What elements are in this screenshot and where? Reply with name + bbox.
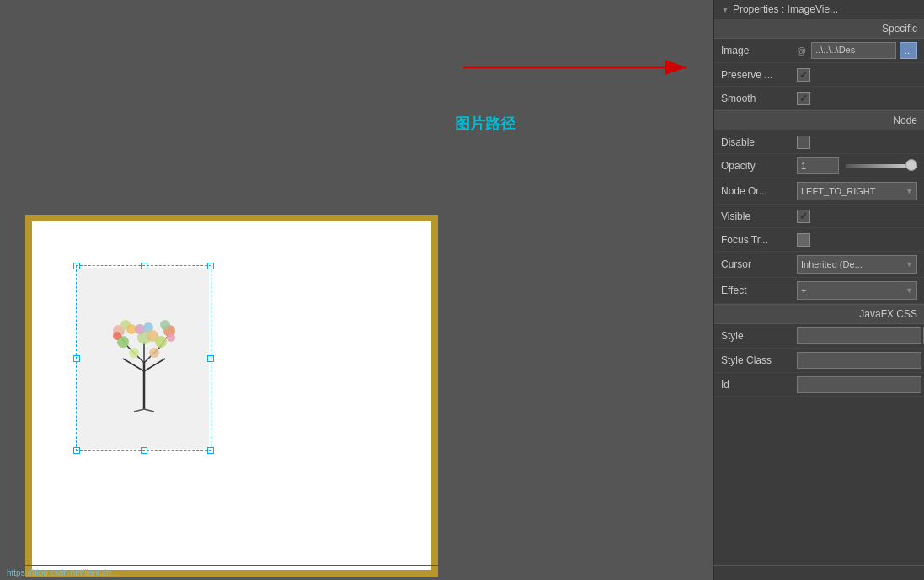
style-class-input[interactable] (797, 352, 921, 369)
style-class-property-row: Style Class + ▼ (714, 349, 924, 373)
opacity-slider[interactable] (846, 164, 917, 168)
opacity-property-row: Opacity (714, 154, 924, 178)
focus-traversable-property-row: Focus Tr... (714, 228, 924, 252)
style-class-value: + ▼ (797, 352, 924, 369)
panel-header: ▼ Properties : ImageVie... (714, 0, 924, 19)
panel-dropdown-icon[interactable]: ▼ (721, 5, 729, 14)
selection-handles (76, 265, 211, 451)
cursor-property-row: Cursor Inherited (De... ▼ (714, 252, 924, 278)
handle-ml (73, 355, 80, 362)
cursor-arrow: ▼ (905, 260, 913, 269)
visible-checkbox[interactable] (797, 210, 810, 223)
handle-bm (141, 447, 147, 454)
image-browse-button[interactable]: ... (900, 42, 917, 59)
node-order-dropdown[interactable]: LEFT_TO_RIGHT ▼ (797, 182, 917, 200)
opacity-slider-thumb[interactable] (905, 159, 917, 171)
annotation-label: 图片路径 (455, 114, 515, 134)
node-order-arrow: ▼ (905, 187, 913, 195)
handle-tr (207, 263, 214, 269)
image-value: @ ..\..\..\Des ... (797, 42, 917, 59)
node-order-property-row: Node Or... LEFT_TO_RIGHT ▼ (714, 178, 924, 205)
preserve-property-row: Preserve ... (714, 63, 924, 87)
effect-value: + ▼ (797, 281, 917, 300)
style-property-row: Style ▼ (714, 324, 924, 349)
disable-checkbox[interactable] (797, 136, 810, 149)
frame-container (25, 215, 438, 577)
focus-traversable-value (797, 233, 917, 247)
disable-property-row: Disable (714, 130, 924, 154)
id-value (797, 376, 921, 393)
focus-traversable-label: Focus Tr... (721, 234, 797, 246)
specific-section-header: Specific (714, 19, 924, 39)
opacity-input[interactable] (797, 157, 839, 174)
handle-tm (141, 263, 147, 269)
cursor-dropdown[interactable]: Inherited (De... ▼ (797, 255, 917, 274)
smooth-label: Smooth (721, 93, 797, 104)
preserve-label: Preserve ... (721, 69, 797, 81)
handle-bl (73, 447, 80, 454)
smooth-property-row: Smooth (714, 87, 924, 110)
style-class-label: Style Class (721, 354, 797, 366)
disable-label: Disable (721, 136, 797, 148)
canvas-area: 图片路径 (0, 0, 713, 580)
preserve-value (797, 68, 917, 82)
panel-title: Properties : ImageVie... (733, 3, 838, 15)
handle-tl (73, 263, 80, 269)
image-prefix: @ (797, 45, 806, 56)
node-order-value: LEFT_TO_RIGHT ▼ (797, 182, 917, 200)
node-section-header: Node (714, 110, 924, 130)
visible-property-row: Visible (714, 205, 924, 228)
smooth-checkbox[interactable] (797, 92, 810, 105)
id-label: Id (721, 379, 797, 391)
effect-dropdown[interactable]: + ▼ (797, 281, 917, 300)
style-label: Style (721, 330, 797, 342)
javafx-section-header: JavaFX CSS (714, 304, 924, 324)
scrollable-panel[interactable]: Specific Image @ ..\..\..\Des ... Preser… (714, 19, 924, 580)
effect-label: Effect (721, 285, 797, 296)
style-value: ▼ (797, 327, 924, 344)
node-order-label: Node Or... (721, 185, 797, 197)
opacity-value (797, 157, 917, 174)
node-order-text: LEFT_TO_RIGHT (801, 186, 875, 196)
handle-br (207, 447, 214, 454)
focus-traversable-checkbox[interactable] (797, 233, 810, 247)
id-property-row: Id (714, 373, 924, 397)
style-input-1[interactable] (797, 327, 921, 344)
visible-label: Visible (721, 210, 797, 222)
image-label: Image (721, 45, 797, 56)
red-arrow (463, 55, 699, 80)
preserve-checkbox[interactable] (797, 68, 810, 82)
image-path-display[interactable]: ..\..\..\Des (811, 42, 896, 59)
opacity-label: Opacity (721, 160, 797, 172)
effect-property-row: Effect + ▼ (714, 278, 924, 304)
disable-value (797, 136, 917, 149)
visible-value (797, 210, 917, 223)
right-panel: ▼ Properties : ImageVie... Specific Imag… (713, 0, 924, 580)
effect-text: + (801, 285, 806, 295)
cursor-value: Inherited (De... ▼ (797, 255, 917, 274)
image-property-row: Image @ ..\..\..\Des ... (714, 39, 924, 63)
effect-arrow: ▼ (905, 286, 913, 295)
smooth-value (797, 92, 917, 105)
cursor-label: Cursor (721, 258, 797, 270)
cursor-text: Inherited (De... (801, 259, 863, 269)
id-input[interactable] (797, 376, 921, 393)
watermark: https://blog.csdn.net/liancdn... (714, 565, 924, 580)
handle-mr (207, 355, 214, 362)
